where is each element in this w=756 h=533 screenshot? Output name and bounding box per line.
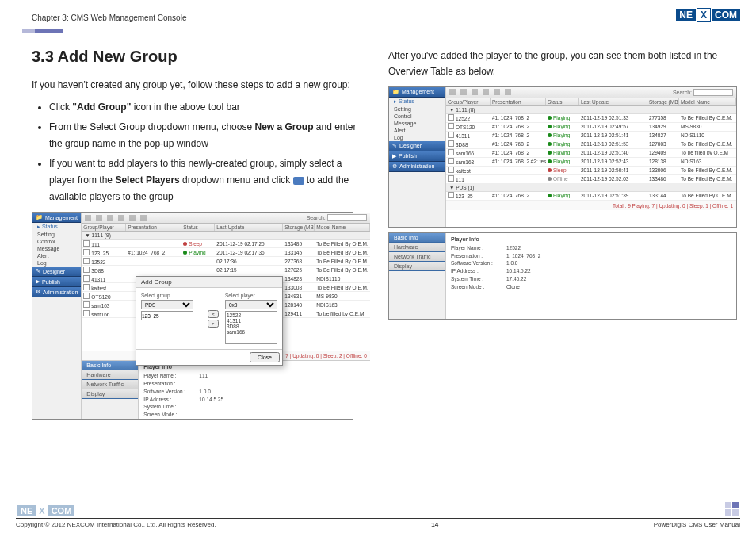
copyright: Copyright © 2012 NEXCOM International Co…	[16, 521, 216, 528]
export-icon[interactable]	[505, 89, 511, 95]
sidebar-message[interactable]: Message	[32, 245, 81, 252]
tab-basic[interactable]: Basic Info	[82, 361, 138, 370]
section-title: 3.3 Add New Group	[32, 48, 368, 66]
refresh-icon[interactable]	[449, 89, 456, 95]
select-player-label: Select player	[225, 293, 277, 298]
sidebar: 📁Management ▸ Status Setting Control Mes…	[32, 213, 82, 419]
toolbar: Search:	[82, 213, 369, 224]
sidebar-admin[interactable]: ⚙Administration	[32, 287, 81, 297]
steps-list: Click "Add Group" icon in the above tool…	[32, 99, 368, 205]
table-row[interactable]: 41311#1: 1024_768_2Playing2011-12-19 02:…	[446, 132, 736, 140]
table-row[interactable]: 3D88#1: 1024_768_2Playing2011-12-19 02:5…	[446, 140, 736, 149]
table-row[interactable]: 123_25#1: 1024_768_2Playing2011-12-19 02…	[446, 192, 736, 201]
sidebar-management[interactable]: 📁Management	[32, 213, 81, 223]
sidebar-setting[interactable]: Setting	[32, 231, 81, 238]
sidebar-alert[interactable]: Alert	[32, 252, 81, 259]
screenshot-icon[interactable]	[472, 89, 478, 95]
table-row[interactable]: OTS120#1: 1024_768_2Playing2011-12-19 02…	[446, 123, 736, 132]
sidebar-publish[interactable]: ▶Publish	[32, 277, 81, 287]
screenshot-add-group: 📁Management ▸ Status Setting Control Mes…	[32, 212, 353, 420]
table-row[interactable]: sam163#1: 1024_768_2 #2: testPlaying2011…	[446, 158, 736, 167]
step-2: From the Select Group dropdown menu, cho…	[49, 119, 368, 152]
step-3: If you want to add players to this newly…	[49, 155, 368, 205]
manual-name: PowerDigiS CMS User Manual	[654, 521, 740, 528]
table-row[interactable]: 1252202:17:36277368To Be Filled By O.E.M…	[82, 257, 369, 266]
group-header[interactable]: ▼ 1111 (9)	[82, 232, 369, 240]
table-row[interactable]: 111Sleep2011-12-19 02:17:25133485To Be F…	[82, 240, 369, 248]
export-icon[interactable]	[140, 215, 147, 221]
screenshot-icon[interactable]	[107, 215, 113, 221]
chapter-label: Chapter 3: CMS Web Management Console	[32, 13, 186, 22]
nexcom-logo: NEXCOM	[676, 8, 740, 22]
screenshot-player-info: Basic Info Hardware Network Traffic Disp…	[388, 232, 737, 320]
sidebar-log[interactable]: Log	[32, 259, 81, 266]
move-right-button[interactable]: >	[208, 320, 219, 328]
delete-icon[interactable]	[118, 215, 124, 221]
tab-network[interactable]: Network Traffic	[82, 380, 138, 389]
add-group-icon[interactable]	[96, 215, 102, 221]
grid-icon[interactable]	[494, 89, 500, 95]
move-left-button[interactable]: <	[208, 310, 219, 318]
sidebar2-management[interactable]: 📁Management	[389, 87, 445, 98]
tab-basic-2[interactable]: Basic Info	[389, 233, 445, 243]
footer-logo: NEXCOM	[17, 503, 74, 517]
tab-hardware[interactable]: Hardware	[82, 370, 138, 380]
intro-paragraph: If you haven't created any group yet, fo…	[32, 77, 368, 93]
popup-title: Add Group	[136, 277, 282, 288]
refresh-icon[interactable]	[85, 215, 91, 221]
table-row[interactable]: sam166#1: 1024_768_2Playing2011-12-19 02…	[446, 149, 736, 158]
search-input[interactable]	[327, 214, 367, 221]
select-group-label: Select group	[141, 293, 201, 298]
screenshot-overview: 📁Management ▸ Status Setting Control Mes…	[388, 86, 737, 228]
grid-icon[interactable]	[129, 215, 136, 221]
delete-icon[interactable]	[483, 89, 489, 95]
sidebar-control[interactable]: Control	[32, 238, 81, 245]
close-button[interactable]: Close	[250, 352, 280, 362]
table-row[interactable]: 12522#1: 1024_768_2Playing2011-12-19 02:…	[446, 114, 736, 123]
tab-display[interactable]: Display	[82, 389, 138, 399]
accent-stripe	[22, 29, 63, 33]
add-icon	[293, 177, 304, 185]
add-group-popup: Add Group Select group PDS < > Select pl…	[136, 276, 283, 366]
select-player[interactable]: 0x0	[225, 300, 277, 309]
group-name-input[interactable]	[141, 311, 193, 320]
sidebar-status[interactable]: ▸ Status	[32, 223, 81, 231]
table-row[interactable]: kaitestSleep2011-12-19 02:50:41133006To …	[446, 167, 736, 175]
step-1: Click "Add Group" icon in the above tool…	[49, 99, 368, 116]
table-row[interactable]: 123_25#1: 1024_768_2Playing2011-12-19 02…	[82, 248, 369, 257]
search-label: Search:	[307, 215, 326, 220]
select-group[interactable]: PDS	[141, 300, 193, 309]
add-group-icon[interactable]	[460, 89, 467, 95]
sidebar-designer[interactable]: ✎Designer	[32, 266, 81, 277]
right-intro: After you've added the player to the gro…	[388, 48, 737, 80]
table-row[interactable]: 3D8802:17:15127025To Be Filled By O.E.M.	[82, 266, 369, 274]
footer-deco	[725, 502, 739, 516]
table-row[interactable]: 111Offline2011-12-19 02:52:03133486To Be…	[446, 175, 736, 184]
page-number: 14	[431, 521, 438, 528]
player-listbox[interactable]: 12522413113D88sam166	[225, 311, 277, 344]
search-input-2[interactable]	[693, 89, 733, 96]
table-header: Group/PlayerPresentationStatusLast Updat…	[82, 224, 369, 232]
